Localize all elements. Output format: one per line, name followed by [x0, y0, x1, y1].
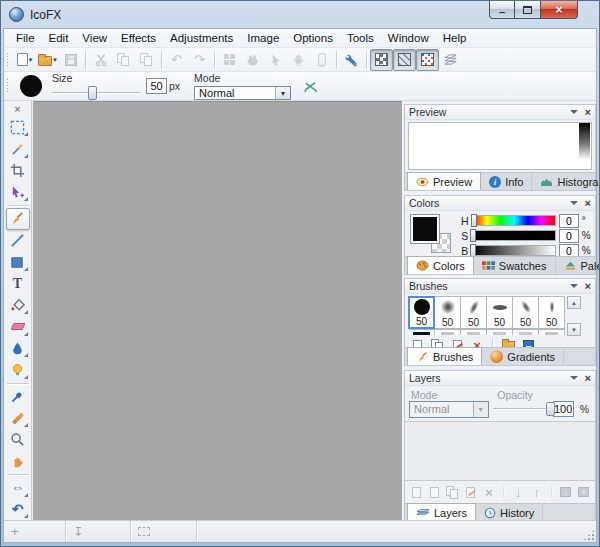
tab-history[interactable]: History	[476, 504, 543, 521]
new-button[interactable]: ▾	[13, 49, 36, 71]
tab-gradients[interactable]: Gradients	[482, 348, 564, 365]
tab-swatches[interactable]: Swatches	[474, 257, 556, 274]
chevron-down-icon[interactable]	[570, 284, 578, 292]
text-tool-icon: T	[13, 278, 22, 290]
layers-panel-header: Layers ×	[405, 371, 595, 386]
transparency-toggle-button[interactable]	[370, 49, 393, 71]
maximize-button[interactable]	[515, 1, 541, 19]
chevron-down-icon[interactable]	[570, 376, 578, 384]
panel-close-icon[interactable]: ×	[585, 198, 591, 208]
menu-item-effects[interactable]: Effects	[114, 30, 163, 46]
magic-wand-tool[interactable]	[6, 138, 30, 160]
rotate-tool[interactable]: ↶	[6, 499, 30, 521]
mode-select[interactable]: Normal ▾	[194, 86, 291, 100]
text-tool[interactable]: T	[6, 273, 30, 295]
slider-thumb[interactable]	[470, 229, 476, 242]
fill-tool[interactable]	[6, 294, 30, 316]
brush-item[interactable]	[512, 329, 539, 335]
color-picker-tool[interactable]	[6, 386, 30, 408]
chevron-down-icon[interactable]	[570, 110, 578, 118]
saturation-slider[interactable]	[471, 230, 555, 241]
hue-slider[interactable]	[472, 215, 556, 226]
line-tool[interactable]	[6, 230, 30, 252]
menu-item-options[interactable]: Options	[286, 30, 340, 46]
mask-toggle-button[interactable]	[393, 49, 416, 71]
rectangle-tool[interactable]	[6, 251, 30, 273]
layers-list[interactable]	[405, 421, 595, 481]
tab-palette[interactable]: Palette	[556, 257, 600, 274]
panel-close-icon[interactable]: ×	[585, 373, 591, 383]
panel-close-icon[interactable]: ×	[585, 107, 591, 117]
size-input[interactable]	[146, 78, 167, 94]
brush-tool[interactable]	[6, 208, 30, 230]
close-button[interactable]: ×	[541, 1, 578, 19]
tab-info[interactable]: i Info	[481, 173, 532, 190]
brush-item[interactable]	[409, 329, 435, 335]
lighten-tool[interactable]	[6, 359, 30, 381]
saturation-unit: %	[582, 230, 591, 241]
tab-preview[interactable]: Preview	[407, 172, 481, 190]
brush-item[interactable]: 50	[512, 296, 539, 329]
slider-thumb[interactable]	[471, 214, 477, 227]
test-button[interactable]	[340, 49, 363, 71]
size-slider[interactable]	[52, 86, 140, 100]
brush-item[interactable]: 50	[408, 296, 435, 329]
brush-tilted-soft	[467, 299, 479, 315]
crop-tool[interactable]	[6, 160, 30, 182]
tab-label: Gradients	[507, 351, 555, 363]
brush-shape-preview[interactable]	[20, 75, 42, 97]
toolbar-separator	[161, 51, 162, 69]
brush-item[interactable]	[486, 329, 513, 335]
brush-item[interactable]	[434, 329, 461, 335]
move-tool[interactable]	[6, 181, 30, 203]
panel-close-icon[interactable]: ×	[585, 281, 591, 291]
open-button[interactable]: ▾	[36, 49, 59, 71]
menu-item-adjustments[interactable]: Adjustments	[163, 30, 240, 46]
opacity-input[interactable]	[553, 401, 574, 417]
brush-item[interactable]: 50	[460, 296, 487, 329]
tab-histogram[interactable]: Histogram	[532, 173, 600, 190]
menu-item-tools[interactable]: Tools	[340, 30, 381, 46]
slider-thumb[interactable]	[546, 402, 555, 416]
brush-item[interactable]	[538, 329, 565, 335]
saturation-input[interactable]	[559, 229, 579, 243]
airbrush-toggle-button[interactable]	[299, 75, 322, 97]
brush-item[interactable]	[460, 329, 487, 335]
opacity-slider[interactable]	[493, 402, 549, 416]
tab-layers[interactable]: Layers	[407, 503, 476, 521]
selection-tool[interactable]	[6, 117, 30, 139]
foreground-color-swatch[interactable]	[411, 215, 439, 243]
scroll-down-button[interactable]: ▼	[567, 323, 581, 336]
zoom-tool[interactable]	[6, 429, 30, 451]
canvas[interactable]	[33, 101, 402, 520]
flip-tool[interactable]: ⇔	[6, 477, 30, 499]
menu-item-window[interactable]: Window	[381, 30, 436, 46]
minimize-button[interactable]: –	[489, 1, 515, 19]
menu-item-image[interactable]: Image	[240, 30, 286, 46]
blur-tool[interactable]	[6, 338, 30, 360]
palette-close-button[interactable]: ×	[4, 103, 31, 117]
menu-item-view[interactable]: View	[75, 30, 114, 46]
menu-item-file[interactable]: File	[9, 30, 42, 46]
toolbar-gripper[interactable]	[6, 52, 10, 68]
brightness-slider[interactable]	[471, 245, 555, 256]
menu-item-edit[interactable]: Edit	[42, 30, 76, 46]
brush-item[interactable]: 50	[486, 296, 513, 329]
hand-tool[interactable]	[6, 450, 30, 472]
eraser-tool[interactable]	[6, 316, 30, 338]
colors-panel: Colors × H °	[404, 195, 596, 275]
chevron-down-icon[interactable]	[570, 201, 578, 209]
layers-view-button[interactable]	[439, 49, 462, 71]
pencil-tool[interactable]	[6, 407, 30, 429]
grid-toggle-button[interactable]	[416, 49, 439, 71]
scroll-up-button[interactable]: ▲	[567, 296, 581, 309]
cursor-icon	[269, 53, 282, 67]
brush-item[interactable]: 50	[538, 296, 565, 329]
tab-colors[interactable]: Colors	[407, 256, 474, 274]
hue-input[interactable]	[559, 214, 579, 228]
toolbar-gripper[interactable]	[6, 78, 10, 94]
tab-brushes[interactable]: Brushes	[407, 347, 482, 365]
brush-item[interactable]: 50	[434, 296, 461, 329]
menu-item-help[interactable]: Help	[436, 30, 474, 46]
slider-thumb[interactable]	[88, 86, 97, 100]
